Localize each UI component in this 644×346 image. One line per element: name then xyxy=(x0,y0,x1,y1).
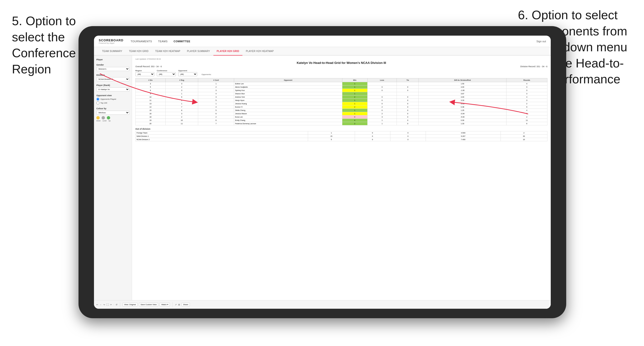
sign-out-link[interactable]: Sign out xyxy=(536,40,546,43)
top-nav: SCOREBOARD Powered by clippd TOURNAMENTS… xyxy=(94,36,551,47)
cell-div: 14 xyxy=(136,105,166,109)
toolbar-save-custom[interactable]: Save Custom View xyxy=(139,303,158,306)
cell-div: 10 xyxy=(136,95,166,99)
nav-tournaments[interactable]: TOURNAMENTS xyxy=(130,40,152,43)
cell-loss: 0 xyxy=(367,109,397,112)
nav-committee[interactable]: COMMITTEE xyxy=(174,40,190,43)
cell-rounds: 4 xyxy=(506,82,547,85)
toolbar-undo[interactable]: ↩ xyxy=(96,304,98,306)
tablet-frame: SCOREBOARD Powered by clippd TOURNAMENTS… xyxy=(78,26,566,318)
filter-region-select[interactable]: (All) xyxy=(135,72,154,76)
sidebar-colour-select[interactable]: Win/loss xyxy=(96,111,130,115)
cell-opponent: Jessica Huang xyxy=(234,102,342,105)
ood-cell-diff: 7.400 xyxy=(426,138,500,141)
cell-opponent: Emily Chang xyxy=(234,119,342,122)
ood-cell-loss: 0 xyxy=(355,135,390,138)
label-level: Level xyxy=(102,120,106,122)
cell-rounds: 7 xyxy=(506,112,547,115)
sub-nav-team-summary[interactable]: TEAM SUMMARY xyxy=(99,47,126,56)
cell-conf: 2 xyxy=(198,85,234,89)
main-content: Player Gender Women's Division NCAA Divi… xyxy=(94,56,551,309)
sub-nav-team-h2h-grid[interactable]: TEAM H2H GRID xyxy=(126,47,152,56)
nav-right: Sign out xyxy=(536,40,546,43)
filter-opponent-col: Opponent (All) xyxy=(178,70,197,76)
cell-tie: 0 xyxy=(397,99,419,102)
cell-tie xyxy=(397,82,419,85)
cell-div: 5 xyxy=(136,85,166,89)
cell-loss: 2 xyxy=(367,105,397,109)
toolbar-grid[interactable]: ⛶ xyxy=(106,304,109,306)
sub-nav-player-h2h-heatmap[interactable]: PLAYER H2H HEATMAP xyxy=(242,47,277,56)
cell-opponent: Esther Lee xyxy=(234,82,342,85)
table-row: 18 2 2 Euna Lee 0 3 0 -5.00 2 xyxy=(136,115,548,119)
bottom-toolbar: ↩ ← ↪ ⛶ ✂ · ↺ View: Original Save Custom… xyxy=(94,300,551,309)
sidebar-gender-section: Gender Women's xyxy=(96,64,130,71)
th-loss: Loss xyxy=(367,78,397,82)
filter-row: Region (All) Conference (All) Opponent xyxy=(135,70,548,76)
toolbar-redo[interactable]: ↪ xyxy=(103,304,105,306)
cell-reg: 11 xyxy=(165,122,198,125)
sub-nav-player-summary[interactable]: PLAYER SUMMARY xyxy=(184,47,214,56)
cell-diff: 1.25 xyxy=(419,109,506,112)
ood-cell-loss: 0 xyxy=(355,131,390,135)
cell-rounds: 9 xyxy=(506,105,547,109)
cell-conf: 2 xyxy=(198,115,234,119)
sidebar-player-label: Player xyxy=(96,58,130,61)
opponents-label: Opponents: xyxy=(202,73,211,76)
toolbar-export[interactable]: ↗ xyxy=(175,304,177,306)
cell-tie: 0 xyxy=(397,115,419,119)
sidebar-gender-select[interactable]: Women's xyxy=(96,67,130,71)
sub-nav-team-h2h-heatmap[interactable]: TEAM H2H HEATMAP xyxy=(152,47,184,56)
toolbar-cut[interactable]: ✂ xyxy=(110,304,112,306)
radio-top100[interactable]: Top 100 xyxy=(96,101,130,105)
sidebar-opponent-view-label: Opponent view xyxy=(96,94,130,97)
ood-table-row: Foreign Team 1 0 0 4.500 2 xyxy=(136,131,548,135)
sidebar-player-rank-select[interactable]: 8. Katelyn Vo xyxy=(96,87,130,91)
out-of-division-title: Out of division xyxy=(135,128,548,130)
cell-reg: 8 xyxy=(165,109,198,112)
toolbar-watch[interactable]: Watch ▾ xyxy=(160,303,170,306)
toolbar-refresh[interactable]: ↺ xyxy=(116,304,118,306)
th-div: # Div xyxy=(136,78,166,82)
toolbar-view-original[interactable]: View: Original xyxy=(122,303,138,306)
cell-opponent: Alexis Sudjianto xyxy=(234,85,342,89)
ood-cell-rounds: 10 xyxy=(500,138,547,141)
cell-rounds: 3 xyxy=(506,89,547,92)
sub-nav: TEAM SUMMARY TEAM H2H GRID TEAM H2H HEAT… xyxy=(94,47,551,56)
last-updated: Last Updated: 27/03/2024 08:34 xyxy=(135,58,548,60)
cell-conf: 5 xyxy=(198,99,234,102)
toolbar-layout[interactable]: ⊞ xyxy=(178,304,180,306)
cell-conf: 7 xyxy=(198,122,234,125)
ood-cell-tie: 0 xyxy=(390,138,426,141)
cell-tie: 0 xyxy=(397,119,419,122)
filter-conference-select[interactable]: (All) xyxy=(157,72,176,76)
cell-diff: 1.50 xyxy=(419,82,506,85)
sidebar-player-rank-section: Player (Rank) 8. Katelyn Vo xyxy=(96,84,130,91)
circle-gray xyxy=(102,116,105,119)
cell-conf: 5 xyxy=(198,109,234,112)
cell-win: 4 xyxy=(342,119,367,122)
logo-sub: Powered by clippd xyxy=(99,42,124,44)
radio-top100-input[interactable] xyxy=(96,101,100,105)
filter-opponent-select[interactable]: (All) xyxy=(178,72,197,76)
cell-opponent: Euna Lee xyxy=(234,115,342,119)
nav-teams[interactable]: TEAMS xyxy=(158,40,168,43)
cell-loss xyxy=(367,92,397,95)
cell-rounds: 3 xyxy=(506,92,547,95)
toolbar-back[interactable]: ← xyxy=(100,304,102,306)
cell-reg: 1 xyxy=(165,102,198,105)
cell-div: 18 xyxy=(136,115,166,119)
table-row: 19 10 6 Emily Chang 4 1 0 0.30 11 xyxy=(136,119,548,122)
radio-opponents-played[interactable]: Opponents Played xyxy=(96,98,130,101)
cell-win: 1 xyxy=(342,112,367,115)
cell-loss: 2 xyxy=(367,112,397,115)
cell-reg: 3 xyxy=(165,112,198,115)
toolbar-share[interactable]: Share xyxy=(182,303,190,306)
sidebar-division-select[interactable]: NCAA Division III xyxy=(96,77,130,81)
radio-opponents-played-input[interactable] xyxy=(96,98,100,101)
cell-reg: 2 xyxy=(165,115,198,119)
cell-div: 3 xyxy=(136,82,166,85)
sub-nav-player-h2h-grid[interactable]: PLAYER H2H GRID xyxy=(214,47,243,56)
table-row: 6 3 3 Sydney Kuo 1 0 0 -1.00 3 xyxy=(136,89,548,92)
cell-tie: 0 xyxy=(397,105,419,109)
